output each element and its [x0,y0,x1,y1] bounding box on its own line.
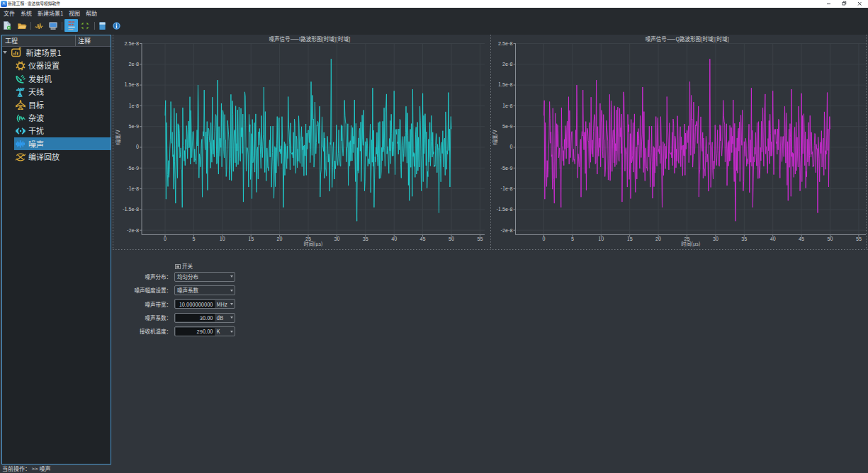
svg-text:-1e-8: -1e-8 [501,185,513,192]
svg-text:5e-9: 5e-9 [129,122,140,130]
svg-text:15: 15 [248,235,254,242]
svg-text:35: 35 [741,235,747,242]
svg-text:30: 30 [713,235,718,242]
svg-text:-2e-8: -2e-8 [127,227,139,234]
svg-text:40: 40 [770,235,776,242]
svg-text:45: 45 [799,235,804,242]
svg-text:-1e-8: -1e-8 [127,185,139,192]
svg-text:1.5e-8: 1.5e-8 [125,81,139,88]
svg-text:55: 55 [856,235,862,242]
svg-text:1e-8: 1e-8 [129,102,139,109]
svg-text:40: 40 [391,235,397,242]
svg-text:20: 20 [655,235,661,242]
svg-text:幅度/V: 幅度/V [114,129,121,144]
svg-text:-5e-9: -5e-9 [501,164,513,171]
svg-text:-1.5e-8: -1.5e-8 [497,205,513,212]
svg-text:2e-8: 2e-8 [502,60,513,67]
svg-text:2.5e-8: 2.5e-8 [125,40,139,47]
svg-text:-5e-9: -5e-9 [127,164,139,171]
svg-text:50: 50 [449,235,454,242]
svg-text:5: 5 [571,235,574,242]
svg-text:55: 55 [477,235,483,242]
svg-text:噪声信号——I路波形图[时域][时域]: 噪声信号——I路波形图[时域][时域] [269,35,351,42]
svg-text:幅度/V: 幅度/V [491,129,498,144]
svg-text:1.5e-8: 1.5e-8 [498,81,512,88]
svg-text:-2e-8: -2e-8 [501,227,513,234]
svg-text:时间(μs): 时间(μs) [303,240,322,247]
svg-text:0: 0 [164,235,167,242]
svg-text:45: 45 [420,235,426,242]
svg-text:35: 35 [363,235,368,242]
svg-text:2e-8: 2e-8 [129,60,140,67]
svg-text:0: 0 [136,143,139,150]
svg-text:1e-8: 1e-8 [502,102,512,109]
svg-text:15: 15 [627,235,633,242]
svg-text:0: 0 [510,143,513,150]
svg-text:-1.5e-8: -1.5e-8 [123,205,139,212]
svg-text:5e-9: 5e-9 [502,122,513,130]
svg-text:噪声信号——Q路波形图[时域][时域]: 噪声信号——Q路波形图[时域][时域] [646,35,729,42]
svg-text:0: 0 [543,235,546,242]
svg-text:时间(μs): 时间(μs) [681,240,700,247]
svg-text:30: 30 [334,235,339,242]
svg-text:2.5e-8: 2.5e-8 [498,40,512,47]
svg-text:10: 10 [220,235,225,242]
svg-text:20: 20 [277,235,283,242]
svg-text:5: 5 [192,235,195,242]
svg-text:50: 50 [828,235,833,242]
svg-text:10: 10 [598,235,604,242]
